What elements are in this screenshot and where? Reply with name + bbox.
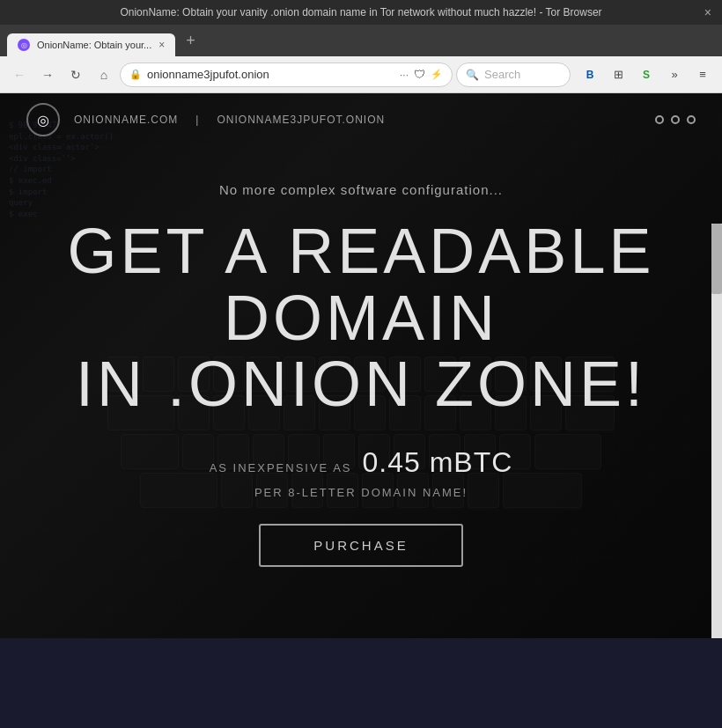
home-icon: ⌂	[100, 68, 107, 82]
tracking-icon: ⚡	[431, 69, 443, 80]
hero-title-line2: DOMAIN	[68, 285, 655, 352]
reload-icon: ↻	[70, 68, 81, 82]
tor-shield-icon: 🛡	[414, 68, 425, 81]
title-bar: OnionName: Obtain your vanity .onion dom…	[0, 0, 722, 25]
toolbar-icons: B ⊞ S » ≡	[578, 65, 715, 85]
address-options-icon[interactable]: ···	[400, 69, 409, 81]
scrollbar[interactable]	[711, 224, 722, 638]
search-icon: 🔍	[466, 69, 479, 81]
scrollbar-thumb[interactable]	[711, 224, 722, 294]
purchase-button[interactable]: PURCHASE	[259, 524, 462, 567]
url-display: onionname3jpufot.onion	[147, 68, 394, 81]
close-window-button[interactable]: ×	[704, 5, 711, 19]
toolbar-s-icon[interactable]: S	[634, 65, 659, 85]
toolbar-more-icon[interactable]: »	[662, 65, 687, 85]
tab-bar: ◎ OnionName: Obtain your... × +	[0, 25, 722, 56]
tab-close-button[interactable]: ×	[158, 39, 165, 51]
reload-button[interactable]: ↻	[63, 63, 88, 87]
tab-favicon: ◎	[18, 39, 30, 51]
tab-title: OnionName: Obtain your...	[37, 40, 151, 50]
hero-per-domain: PER 8-LETTER DOMAIN NAME!	[254, 486, 468, 499]
toolbar-grid-icon[interactable]: ⊞	[606, 65, 630, 85]
hero-content: No more complex software configuration..…	[0, 93, 722, 638]
toolbar-menu-icon[interactable]: ≡	[690, 65, 715, 85]
search-placeholder-text: Search	[484, 68, 520, 81]
price-label: AS INEXPENSIVE AS	[210, 461, 352, 474]
nav-bar: ← → ↻ ⌂ 🔒 onionname3jpufot.onion ··· 🛡 ⚡…	[0, 56, 722, 93]
security-icon: 🔒	[129, 69, 142, 80]
hero-title-line1: GET A READABLE	[68, 218, 655, 285]
hero-price-line: AS INEXPENSIVE AS 0.45 mBTC	[210, 446, 513, 479]
hero-title-line3: IN .ONION ZONE!	[68, 351, 655, 418]
forward-icon: →	[41, 68, 54, 82]
new-tab-button[interactable]: +	[179, 32, 203, 50]
website-content: $ 98.91.47 epl.class = ex.actor() <div c…	[0, 93, 722, 638]
back-button[interactable]: ←	[7, 63, 32, 87]
back-icon: ←	[13, 68, 26, 82]
toolbar-bookmarks-icon[interactable]: B	[578, 65, 602, 85]
forward-button[interactable]: →	[35, 63, 60, 87]
window-title: OnionName: Obtain your vanity .onion dom…	[120, 6, 601, 18]
hero-subtitle: No more complex software configuration..…	[219, 182, 503, 197]
search-bar[interactable]: 🔍 Search	[456, 63, 571, 87]
hero-title: GET A READABLE DOMAIN IN .ONION ZONE!	[68, 218, 655, 418]
address-bar[interactable]: 🔒 onionname3jpufot.onion ··· 🛡 ⚡	[120, 63, 453, 87]
price-value: 0.45 mBTC	[363, 446, 513, 479]
home-button[interactable]: ⌂	[92, 63, 116, 87]
active-tab[interactable]: ◎ OnionName: Obtain your... ×	[7, 33, 175, 56]
